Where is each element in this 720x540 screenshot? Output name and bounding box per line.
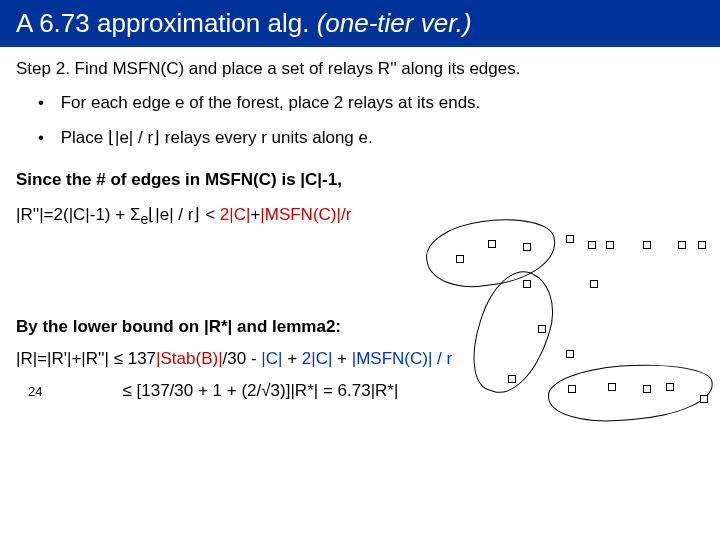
node-square	[698, 241, 706, 249]
req-p3: +	[282, 349, 301, 368]
node-square	[678, 241, 686, 249]
req-msfn: |MSFN(C)| / r	[352, 349, 452, 368]
slide-title: A 6.73 approximation alg. (one-tier ver.…	[0, 0, 720, 47]
relay-diagram	[448, 235, 708, 415]
node-square	[606, 241, 614, 249]
bullet-dot: •	[38, 128, 56, 148]
req-2c: 2|C|	[302, 349, 333, 368]
rprime-red2: |MSFN(C)|/r	[260, 205, 351, 224]
since-line: Since the # of edges in MSFN(C) is |C|-1…	[16, 170, 704, 190]
node-square	[566, 350, 574, 358]
node-square	[523, 243, 531, 251]
node-square	[566, 235, 574, 243]
req-p1: 137	[128, 349, 156, 368]
node-square	[666, 383, 674, 391]
bullet-2-text: Place ⌊|e| / r⌋ relays every r units alo…	[61, 128, 373, 147]
node-square	[538, 325, 546, 333]
node-square	[568, 385, 576, 393]
title-italic: (one-tier ver.)	[317, 8, 472, 38]
rprime-mid: ⌊|e| / r⌋ <	[148, 205, 220, 224]
req-stab: |Stab(B)|	[156, 349, 222, 368]
node-square	[608, 383, 616, 391]
final-equation: ≤ [137/30 + 1 + (2/√3)]|R*| = 6.73|R*|	[122, 381, 398, 401]
rprime-line: |R''|=2(|C|-1) + Σe⌊|e| / r⌋ < 2|C|+|MSF…	[16, 204, 704, 227]
page-number: 24	[28, 384, 42, 399]
node-square	[523, 280, 531, 288]
node-square	[588, 241, 596, 249]
node-square	[643, 385, 651, 393]
node-square	[456, 255, 464, 263]
req-p4: +	[332, 349, 351, 368]
req-c: |C|	[261, 349, 282, 368]
step-line: Step 2. Find MSFN(C) and place a set of …	[16, 59, 704, 79]
rprime-lhs: |R''|=2(|C|-1) + Σ	[16, 205, 140, 224]
node-square	[643, 241, 651, 249]
node-square	[700, 395, 708, 403]
req-lhs: |R|=|R'|+|R''| ≤	[16, 349, 128, 368]
rprime-red1: 2|C|	[220, 205, 251, 224]
title-main: A 6.73 approximation alg.	[16, 8, 317, 38]
rprime-plus: +	[250, 205, 260, 224]
node-square	[590, 280, 598, 288]
bullet-1-text: For each edge e of the forest, place 2 r…	[61, 93, 481, 112]
node-square	[488, 240, 496, 248]
bullet-dot: •	[38, 93, 56, 113]
req-p2: /30 -	[223, 349, 262, 368]
bullet-1: • For each edge e of the forest, place 2…	[56, 93, 704, 113]
bullet-2: • Place ⌊|e| / r⌋ relays every r units a…	[56, 127, 704, 148]
node-square	[508, 375, 516, 383]
